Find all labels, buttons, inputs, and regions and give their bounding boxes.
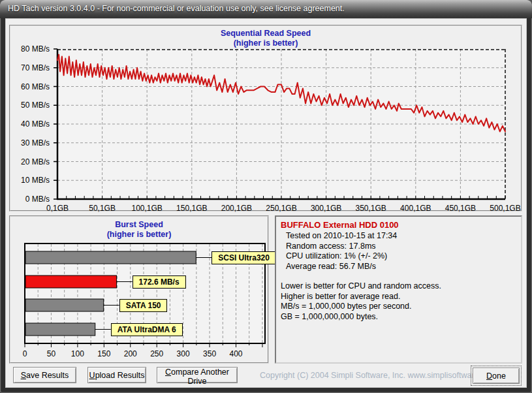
window-content: Sequential Read Speed (higher is better)…	[5, 18, 527, 388]
burst-x-tick-label: 350	[203, 349, 216, 358]
drive-note-line: Lower is better for CPU and random acces…	[281, 281, 516, 292]
burst-x-tick-label: 200	[124, 349, 137, 358]
x-axis-tick-label: 0,1GB	[46, 204, 69, 213]
burst-bar-label: 172.6 MB/s	[133, 275, 186, 289]
burst-chart-title: Burst Speed	[10, 220, 268, 229]
x-axis-tick-label: 100,1GB	[132, 204, 163, 213]
compare-another-drive-button[interactable]: Compare Another Drive	[157, 367, 238, 383]
x-axis-tick-label: 400,1GB	[400, 204, 431, 213]
app-window: HD Tach version 3.0.4.0 - For non-commer…	[0, 0, 532, 393]
sequential-chart-title: Sequential Read Speed	[10, 29, 521, 38]
y-axis-tick-label: 10 MB/s	[13, 176, 50, 185]
x-axis-tick-label: 250,1GB	[266, 204, 296, 213]
save-results-button[interactable]: Save Results	[13, 367, 76, 383]
drive-note-line: MB/s = 1,000,000 bytes per second.	[281, 302, 516, 312]
title-bar[interactable]: HD Tach version 3.0.4.0 - For non-commer…	[0, 0, 532, 18]
info-spacer	[281, 272, 516, 281]
x-axis-tick-label: 200,1GB	[221, 204, 252, 213]
burst-bar-label: SATA 150	[119, 299, 168, 312]
y-axis-tick-label: 70 MB/s	[13, 63, 50, 72]
y-axis-tick-label: 80 MB/s	[13, 44, 50, 54]
upload-results-button[interactable]: Upload Results	[87, 367, 146, 383]
burst-x-tick-label: 300	[177, 349, 190, 358]
drive-note-line: GB = 1,000,000,000 bytes.	[281, 312, 516, 322]
x-axis-tick-label: 500,1GB	[490, 204, 520, 213]
x-axis-tick-label: 300,1GB	[311, 204, 341, 213]
x-axis-tick-label: 150,1GB	[176, 204, 207, 213]
y-axis-tick-label: 30 MB/s	[13, 138, 50, 148]
x-axis-tick-label: 50,1GB	[89, 204, 116, 213]
x-axis-tick-label: 450,1GB	[445, 204, 476, 213]
y-axis-tick-label: 0 MB/s	[13, 195, 50, 204]
y-axis-tick-label: 50 MB/s	[13, 101, 50, 110]
burst-x-tick-label: 400	[230, 349, 243, 358]
burst-x-tick-label: 50	[47, 349, 55, 358]
done-button[interactable]: Done	[473, 368, 520, 384]
drive-notes: Lower is better for CPU and random acces…	[281, 281, 516, 322]
burst-x-tick-label: 100	[71, 349, 84, 358]
drive-stat-line: CPU utilization: 1% (+/- 2%)	[281, 251, 516, 262]
copyright-text: Copyright (C) 2004 Simpli Software, Inc.…	[260, 371, 497, 380]
drive-name: BUFFALO External HDD 0100	[281, 220, 516, 230]
drive-stat-line: Tested on 2010-10-15 at 17:34	[281, 231, 516, 242]
drive-stats: Tested on 2010-10-15 at 17:34Random acce…	[281, 231, 516, 272]
x-axis-tick-label: 350,1GB	[356, 204, 386, 213]
burst-x-tick-label: 250	[150, 349, 163, 358]
burst-x-tick-label: 0	[23, 349, 27, 358]
y-axis-tick-label: 60 MB/s	[13, 82, 50, 91]
burst-bar-label: ATA UltraDMA 6	[111, 323, 183, 336]
drive-stat-line: Random access: 17.8ms	[281, 242, 516, 252]
window-title: HD Tach version 3.0.4.0 - For non-commer…	[8, 4, 345, 13]
drive-stat-line: Average read: 56.7 MB/s	[281, 262, 516, 272]
y-axis-tick-label: 20 MB/s	[13, 157, 50, 166]
burst-x-tick-label: 150	[97, 349, 110, 358]
drive-info-panel: BUFFALO External HDD 0100 Tested on 2010…	[275, 215, 522, 364]
burst-bar-label: SCSI Ultra320	[211, 251, 276, 264]
drive-note-line: Higher is better for average read.	[281, 292, 516, 302]
sequential-read-chart	[52, 49, 510, 206]
y-axis-tick-label: 40 MB/s	[13, 119, 50, 129]
burst-chart-subtitle: (higher is better)	[10, 230, 268, 239]
sequential-chart-subtitle: (higher is better)	[10, 39, 521, 48]
